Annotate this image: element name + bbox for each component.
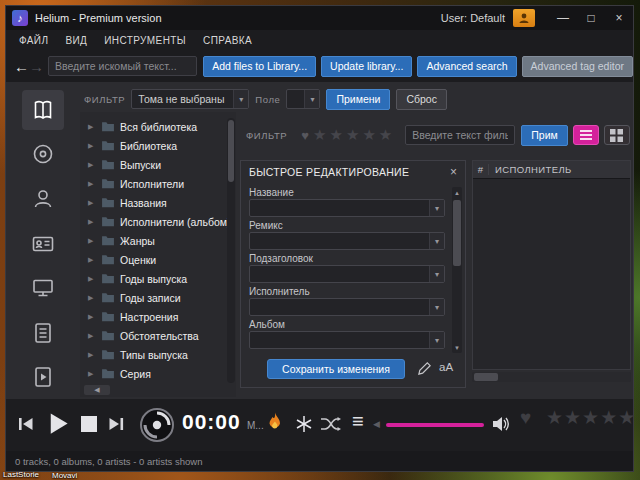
star-filter-icon[interactable]: ★ xyxy=(362,126,375,144)
advanced-tag-editor-button[interactable]: Advanced tag editor xyxy=(522,56,633,77)
tree-item[interactable]: ▶Исполнители xyxy=(80,174,236,193)
tree-item[interactable]: ▶Годы записи xyxy=(80,288,236,307)
back-icon[interactable]: ← xyxy=(14,58,29,75)
tree-item[interactable]: ▶Жанры xyxy=(80,231,236,250)
volumes-select[interactable]: Тома не выбраны ▾ xyxy=(131,89,249,109)
sidebar-item-library[interactable] xyxy=(22,90,64,130)
sidebar-item-artists[interactable] xyxy=(22,179,64,219)
next-track-button[interactable] xyxy=(106,414,126,438)
tree-item[interactable]: ▶Исполнители (альбом) xyxy=(80,212,236,231)
chevron-right-icon[interactable]: ▶ xyxy=(88,370,96,378)
title-combobox[interactable]: ▾ xyxy=(249,199,445,217)
field-select[interactable]: ▾ xyxy=(286,89,320,109)
apply-filter-button[interactable]: Примени xyxy=(326,89,390,110)
tree-item[interactable]: ▶Выпуски xyxy=(80,155,236,174)
font-size-tool[interactable]: аА xyxy=(439,361,453,373)
chevron-right-icon[interactable]: ▶ xyxy=(88,180,96,188)
chevron-right-icon[interactable]: ▶ xyxy=(88,313,96,321)
star-icon[interactable]: ★ xyxy=(546,407,564,428)
tree-scrollbar[interactable] xyxy=(227,118,235,383)
sidebar-item-reports[interactable] xyxy=(22,313,64,353)
grid-view-button[interactable] xyxy=(604,125,630,145)
menu-view[interactable]: ВИД xyxy=(65,35,87,46)
star-filter-icon[interactable]: ★ xyxy=(329,126,342,144)
queue-menu-button[interactable]: ≡ xyxy=(352,410,364,433)
chevron-right-icon[interactable]: ▶ xyxy=(88,294,96,302)
tree-item[interactable]: ▶Названия xyxy=(80,193,236,212)
mute-button[interactable] xyxy=(492,416,510,436)
tree-item[interactable]: ▶Оценки xyxy=(80,250,236,269)
chevron-right-icon[interactable]: ▶ xyxy=(88,332,96,340)
quick-edit-scrollbar[interactable]: ▲ ▼ xyxy=(452,187,462,353)
menu-tools[interactable]: ИНСТРУМЕНТЫ xyxy=(104,35,186,46)
stop-button[interactable] xyxy=(81,416,97,436)
star-icon[interactable]: ★ xyxy=(582,407,600,428)
star-icon[interactable]: ★ xyxy=(618,407,634,428)
star-filter-icon[interactable]: ★ xyxy=(379,126,392,144)
album-combobox[interactable]: ▾ xyxy=(249,331,445,349)
chevron-right-icon[interactable]: ▶ xyxy=(88,275,96,283)
previous-track-button[interactable] xyxy=(16,414,36,438)
advanced-search-button[interactable]: Advanced search xyxy=(417,56,516,77)
star-filter-icon[interactable]: ★ xyxy=(313,126,326,144)
chevron-right-icon[interactable]: ▶ xyxy=(88,237,96,245)
chevron-right-icon[interactable]: ▶ xyxy=(88,123,96,131)
chevron-right-icon[interactable]: ▶ xyxy=(88,351,96,359)
volume-slider[interactable] xyxy=(386,423,484,427)
menu-help[interactable]: СПРАВКА xyxy=(203,35,252,46)
star-filter-icon[interactable]: ★ xyxy=(346,126,359,144)
tree-item[interactable]: ▶Настроения xyxy=(80,307,236,326)
star-icon[interactable]: ★ xyxy=(564,407,582,428)
heart-filter-icon[interactable]: ♥ xyxy=(301,128,309,143)
tree-item[interactable]: ▶Годы выпуска xyxy=(80,269,236,288)
subtitle-combobox[interactable]: ▾ xyxy=(249,265,445,283)
user-avatar[interactable] xyxy=(513,9,535,27)
search-input[interactable] xyxy=(48,56,197,76)
pencil-icon[interactable] xyxy=(417,361,432,380)
volume-down-icon[interactable]: ◀ xyxy=(373,419,380,429)
menu-file[interactable]: ФАЙЛ xyxy=(19,35,48,46)
remix-combobox[interactable]: ▾ xyxy=(249,232,445,250)
tree-item[interactable]: ▶Вся библиотека xyxy=(80,117,236,136)
close-button[interactable]: × xyxy=(605,6,633,30)
column-artist[interactable]: ИСПОЛНИТЕЛЬ xyxy=(489,164,572,175)
sidebar-item-playlists[interactable] xyxy=(22,357,64,397)
scroll-up-icon[interactable]: ▲ xyxy=(452,187,462,198)
sidebar-item-devices[interactable] xyxy=(22,268,64,308)
tree-hscroll-button[interactable]: ◀ xyxy=(84,385,110,395)
freeze-button[interactable] xyxy=(295,415,313,437)
table-header[interactable]: # ИСПОЛНИТЕЛЬ xyxy=(473,161,630,179)
content-filter-input[interactable] xyxy=(405,125,515,145)
hot-tracks-button[interactable] xyxy=(267,412,283,437)
sidebar-item-releases[interactable] xyxy=(22,135,64,175)
list-view-button[interactable] xyxy=(573,125,599,145)
update-library-button[interactable]: Update library... xyxy=(321,56,412,77)
tree-item[interactable]: ▶Обстоятельства xyxy=(80,326,236,345)
save-changes-button[interactable]: Сохранить изменения xyxy=(267,359,405,379)
desktop-icon-label[interactable]: Movavi xyxy=(52,471,77,480)
star-icon[interactable]: ★ xyxy=(600,407,618,428)
artist-combobox[interactable]: ▾ xyxy=(249,298,445,316)
chevron-right-icon[interactable]: ▶ xyxy=(88,218,96,226)
table-hscrollbar[interactable] xyxy=(472,372,631,382)
tree-item[interactable]: ▶Серия xyxy=(80,364,236,383)
column-number[interactable]: # xyxy=(473,164,489,175)
add-files-button[interactable]: Add files to Library... xyxy=(203,56,316,77)
sidebar-item-contacts[interactable] xyxy=(22,224,64,264)
chevron-right-icon[interactable]: ▶ xyxy=(88,142,96,150)
chevron-right-icon[interactable]: ▶ xyxy=(88,256,96,264)
chevron-right-icon[interactable]: ▶ xyxy=(88,161,96,169)
tree-item[interactable]: ▶Типы выпуска xyxy=(80,345,236,364)
maximize-button[interactable]: □ xyxy=(577,6,605,30)
shuffle-button[interactable] xyxy=(320,416,342,436)
apply-content-filter-button[interactable]: Прим xyxy=(521,125,567,146)
close-icon[interactable]: × xyxy=(450,165,457,179)
play-button[interactable] xyxy=(44,410,71,441)
chevron-right-icon[interactable]: ▶ xyxy=(88,199,96,207)
scroll-down-icon[interactable]: ▼ xyxy=(452,342,462,353)
tree-item[interactable]: ▶Библиотека xyxy=(80,136,236,155)
rating-stars[interactable]: ★★★★★ xyxy=(546,406,634,429)
reset-filter-button[interactable]: Сброс xyxy=(396,89,447,110)
minimize-button[interactable]: — xyxy=(549,6,577,30)
favorite-heart-icon[interactable]: ♥ xyxy=(520,407,531,429)
